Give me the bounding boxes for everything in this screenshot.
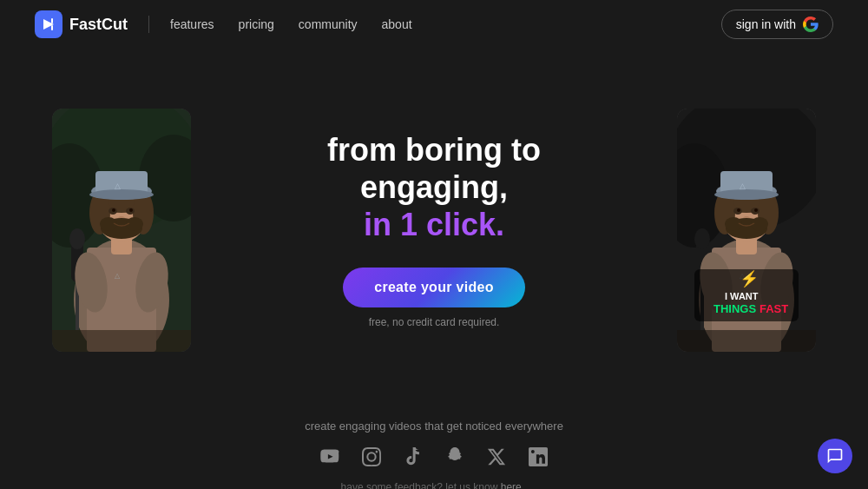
bottom-tagline: create engaging videos that get noticed …	[0, 420, 868, 433]
svg-point-49	[737, 208, 740, 212]
logo[interactable]: FastCut	[35, 10, 128, 38]
chat-bubble-button[interactable]	[818, 439, 852, 473]
headline: from boring to engaging, in 1 click.	[260, 131, 608, 244]
svg-point-16	[89, 189, 154, 200]
nav-community[interactable]: community	[299, 17, 358, 31]
svg-text:△: △	[115, 182, 121, 190]
feedback-label: have some feedback? let us know	[341, 481, 498, 489]
nav-divider	[148, 16, 149, 33]
svg-text:THINGS: THINGS	[713, 302, 756, 315]
nav-links: features pricing community about	[170, 17, 721, 31]
youtube-icon[interactable]	[316, 443, 344, 471]
snapchat-icon[interactable]	[441, 443, 469, 471]
navbar: FastCut features pricing community about…	[0, 0, 868, 49]
svg-text:⚡: ⚡	[740, 269, 760, 288]
sign-in-button[interactable]: sign in with	[721, 10, 833, 39]
tiktok-icon[interactable]	[399, 443, 427, 471]
svg-point-27	[69, 228, 85, 249]
svg-text:FAST: FAST	[760, 302, 788, 315]
svg-point-21	[129, 208, 133, 212]
create-video-button[interactable]: create your video	[343, 268, 525, 307]
right-video-thumbnail: △ △	[677, 109, 816, 352]
nav-pricing[interactable]: pricing	[239, 17, 274, 31]
sign-in-label: sign in with	[736, 17, 796, 31]
linkedin-icon[interactable]	[524, 443, 552, 471]
main-content: △ △	[0, 49, 868, 411]
svg-rect-31	[52, 330, 191, 352]
google-icon	[803, 17, 819, 32]
bottom-section: create engaging videos that get noticed …	[0, 411, 868, 489]
svg-text:△: △	[740, 182, 746, 190]
headline-line1: from boring to engaging,	[327, 132, 541, 205]
svg-text:△: △	[115, 272, 121, 280]
nav-about[interactable]: about	[382, 17, 412, 31]
brand-name: FastCut	[69, 16, 128, 34]
feedback-period: .	[524, 481, 527, 489]
right-video-card: △ △	[677, 109, 816, 352]
x-icon[interactable]	[483, 443, 510, 471]
svg-rect-60	[677, 330, 816, 352]
svg-point-20	[112, 208, 115, 212]
feedback-link[interactable]: here	[501, 481, 522, 489]
svg-point-56	[694, 228, 710, 249]
instagram-icon[interactable]	[358, 443, 385, 471]
cta-subtext: free, no credit card required.	[260, 316, 608, 328]
logo-icon	[35, 10, 62, 38]
svg-point-50	[754, 208, 758, 212]
left-video-thumbnail: △ △	[52, 109, 191, 352]
nav-features[interactable]: features	[170, 17, 214, 31]
headline-line2: in 1 click.	[364, 207, 504, 242]
left-video-card: △ △	[52, 109, 191, 352]
social-icons-row	[0, 443, 868, 471]
svg-point-45	[714, 189, 779, 200]
svg-text:I WANT: I WANT	[725, 291, 759, 301]
hero-content: from boring to engaging, in 1 click. cre…	[260, 131, 608, 329]
feedback-text: have some feedback? let us know here .	[0, 481, 868, 489]
